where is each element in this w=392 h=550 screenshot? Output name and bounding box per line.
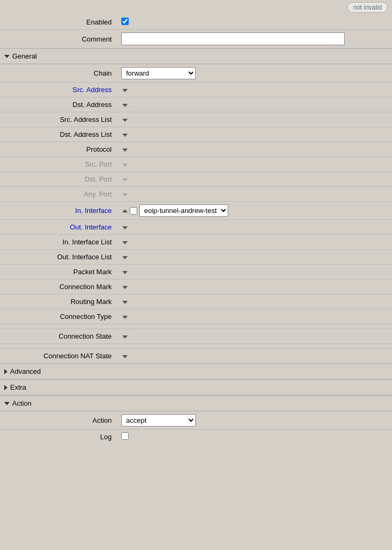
log-value-cell (117, 430, 392, 445)
connection-state-value-cell (117, 329, 392, 344)
in-interface-label: In. Interface (0, 202, 117, 220)
out-interface-value-cell (117, 220, 392, 235)
in-interface-row: In. Interface eoip-tunnel-andrew-test (0, 202, 392, 220)
chain-label: Chain (0, 64, 117, 83)
connection-type-value-cell (117, 309, 392, 324)
divider-row-1 (0, 324, 392, 329)
connection-state-dropdown-icon[interactable] (122, 335, 128, 339)
action-section-header[interactable]: Action (0, 396, 392, 411)
connection-mark-dropdown-icon[interactable] (122, 286, 128, 289)
action-select[interactable]: accept drop reject return jump log (121, 414, 196, 426)
src-address-row: Src. Address (0, 83, 392, 97)
connection-type-label: Connection Type (0, 309, 117, 324)
connection-type-dropdown-icon[interactable] (122, 316, 128, 319)
dst-address-row: Dst. Address (0, 97, 392, 112)
extra-section-header-cell: Extra (0, 380, 392, 396)
packet-mark-row: Packet Mark (0, 265, 392, 280)
connection-state-row: Connection State (0, 329, 392, 344)
enabled-row: Enabled (0, 15, 392, 30)
action-section-label: Action (12, 399, 31, 407)
action-label: Action (0, 412, 117, 430)
in-interface-negate-checkbox[interactable] (130, 207, 137, 215)
dst-address-list-dropdown-icon[interactable] (122, 134, 128, 137)
log-checkbox[interactable] (121, 432, 129, 440)
protocol-dropdown-icon[interactable] (122, 149, 128, 152)
out-interface-row: Out. Interface (0, 220, 392, 235)
src-address-list-dropdown-icon[interactable] (122, 119, 128, 122)
any-port-label: Any. Port (0, 187, 117, 202)
protocol-label: Protocol (0, 142, 117, 157)
dst-port-row: Dst. Port (0, 172, 392, 187)
in-interface-list-dropdown-icon[interactable] (122, 241, 128, 244)
dst-address-label: Dst. Address (0, 97, 117, 112)
dst-address-value-cell (117, 97, 392, 112)
src-port-dropdown-icon[interactable] (122, 163, 128, 167)
chain-select[interactable]: forward input output (121, 67, 196, 79)
connection-state-label: Connection State (0, 329, 117, 344)
any-port-value-cell (117, 187, 392, 202)
action-section-header-cell: Action (0, 396, 392, 412)
advanced-section-header[interactable]: Advanced (0, 364, 392, 379)
extra-section-header[interactable]: Extra (0, 380, 392, 395)
dst-port-value-cell (117, 172, 392, 187)
in-interface-expand-icon[interactable] (122, 209, 128, 212)
enabled-value-cell (117, 15, 392, 30)
routing-mark-value-cell (117, 294, 392, 309)
protocol-row: Protocol (0, 142, 392, 157)
connection-mark-row: Connection Mark (0, 280, 392, 294)
advanced-section-header-cell: Advanced (0, 364, 392, 380)
extra-section-header-row: Extra (0, 380, 392, 396)
extra-expand-icon (4, 385, 7, 390)
comment-label: Comment (0, 30, 117, 48)
advanced-section-header-row: Advanced (0, 364, 392, 380)
connection-mark-value-cell (117, 280, 392, 294)
comment-row: Comment (0, 30, 392, 48)
src-address-value-cell (117, 83, 392, 97)
general-section-header-cell: General (0, 48, 392, 64)
dst-port-dropdown-icon[interactable] (122, 178, 128, 182)
dst-address-dropdown-icon[interactable] (122, 104, 128, 107)
any-port-dropdown-icon[interactable] (122, 193, 128, 196)
comment-input[interactable] (121, 32, 345, 45)
src-port-label: Src. Port (0, 157, 117, 172)
enabled-label: Enabled (0, 15, 117, 30)
src-address-label: Src. Address (0, 83, 117, 97)
log-row: Log (0, 430, 392, 445)
out-interface-list-dropdown-icon[interactable] (122, 256, 128, 259)
connection-mark-label: Connection Mark (0, 280, 117, 294)
general-collapse-icon (4, 55, 10, 58)
general-section-header-row: General (0, 48, 392, 64)
action-collapse-icon (4, 402, 10, 405)
routing-mark-label: Routing Mark (0, 294, 117, 309)
out-interface-list-value-cell (117, 250, 392, 265)
general-section-header[interactable]: General (0, 48, 392, 64)
top-bar: not invalid (0, 0, 392, 15)
chain-value-cell: forward input output (117, 64, 392, 83)
in-interface-content: eoip-tunnel-andrew-test (121, 204, 388, 217)
advanced-label: Advanced (10, 367, 41, 375)
connection-nat-state-value-cell (117, 349, 392, 364)
src-address-dropdown-icon[interactable] (122, 89, 128, 92)
in-interface-select[interactable]: eoip-tunnel-andrew-test (139, 204, 228, 217)
dst-address-list-label: Dst. Address List (0, 127, 117, 142)
dst-address-list-row: Dst. Address List (0, 127, 392, 142)
action-value-cell: accept drop reject return jump log (117, 412, 392, 430)
form-table: Enabled Comment General Chain (0, 15, 392, 444)
log-label: Log (0, 430, 117, 445)
dst-address-list-value-cell (117, 127, 392, 142)
src-address-list-row: Src. Address List (0, 112, 392, 127)
dst-port-label: Dst. Port (0, 172, 117, 187)
divider-cell-1 (0, 324, 392, 329)
out-interface-dropdown-icon[interactable] (122, 226, 128, 229)
packet-mark-dropdown-icon[interactable] (122, 271, 128, 274)
enabled-checkbox[interactable] (121, 18, 129, 25)
src-port-row: Src. Port (0, 157, 392, 172)
in-interface-value-cell: eoip-tunnel-andrew-test (117, 202, 392, 220)
out-interface-label: Out. Interface (0, 220, 117, 235)
extra-label: Extra (10, 383, 26, 391)
packet-mark-value-cell (117, 265, 392, 280)
connection-type-row: Connection Type (0, 309, 392, 324)
any-port-row: Any. Port (0, 187, 392, 202)
routing-mark-dropdown-icon[interactable] (122, 301, 128, 304)
connection-nat-state-dropdown-icon[interactable] (122, 355, 128, 358)
